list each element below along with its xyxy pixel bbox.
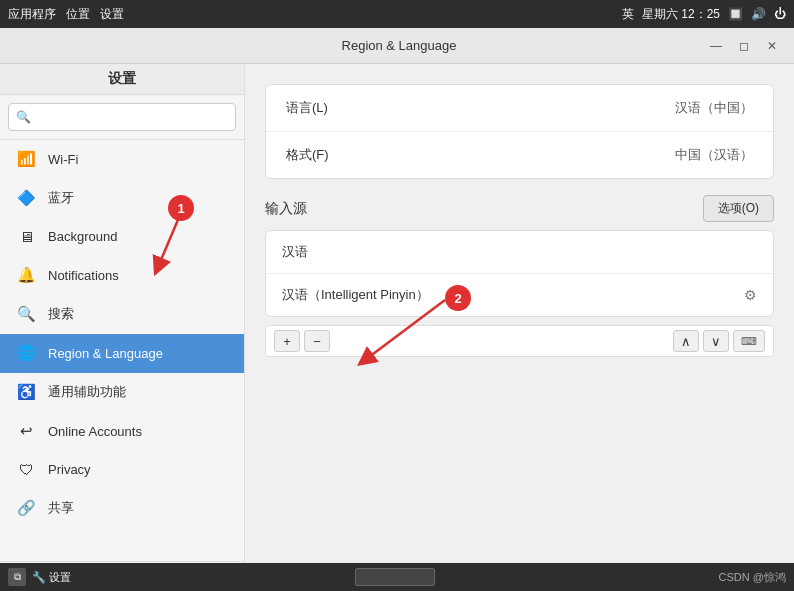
input-source-header: 输入源 选项(O) [265,195,774,222]
taskbar-settings-label: 🔧 设置 [32,570,71,585]
window-controls: — ◻ ✕ [706,36,782,56]
toolbar-left: + − [274,330,330,352]
title-bar: Region & Language — ◻ ✕ [0,28,794,64]
sidebar-online-accounts-label: Online Accounts [48,424,142,439]
sidebar-notifications-label: Notifications [48,268,119,283]
status-search-input[interactable] [355,568,435,586]
annotation-2: 2 [445,285,471,311]
move-up-button[interactable]: ∧ [673,330,699,352]
region-icon: 🌐 [16,344,36,362]
online-accounts-icon: ↩ [16,422,36,440]
settings-menu[interactable]: 设置 [100,6,124,23]
sidebar-accessibility-label: 通用辅助功能 [48,383,126,401]
sidebar-item-region[interactable]: 🌐 Region & Language [0,334,244,373]
search-icon: 🔍 [16,110,31,124]
sidebar-title: 设置 [0,64,244,95]
notifications-icon: 🔔 [16,266,36,284]
annotation-1: 1 [168,195,194,221]
add-input-button[interactable]: + [274,330,300,352]
keyboard-button[interactable]: ⌨ [733,330,765,352]
close-button[interactable]: ✕ [762,36,782,56]
options-button[interactable]: 选项(O) [703,195,774,222]
volume-icon: 🔊 [751,7,766,21]
remove-input-button[interactable]: − [304,330,330,352]
move-down-button[interactable]: ∨ [703,330,729,352]
toolbar-right: ∧ ∨ ⌨ [673,330,765,352]
sidebar-wifi-label: Wi-Fi [48,152,78,167]
sidebar-item-privacy[interactable]: 🛡 Privacy [0,451,244,489]
sidebar-item-accessibility[interactable]: ♿ 通用辅助功能 [0,373,244,412]
input-item-chinese[interactable]: 汉语 [266,231,773,274]
sidebar-region-label: Region & Language [48,346,163,361]
privacy-icon: 🛡 [16,461,36,478]
main-content: 语言(L) 汉语（中国） 格式(F) 中国（汉语） 输入源 选项(O) 汉语 汉… [245,64,794,591]
search-wrapper: 🔍 [8,103,236,131]
power-icon[interactable]: ⏻ [774,7,786,21]
datetime-display: 星期六 12：25 [642,6,720,23]
taskbar: 应用程序 位置 设置 英 星期六 12：25 🔲 🔊 ⏻ [0,0,794,28]
language-format-section: 语言(L) 汉语（中国） 格式(F) 中国（汉语） [265,84,774,179]
sidebar-search-container: 🔍 [0,95,244,140]
network-icon: 🔲 [728,7,743,21]
language-row[interactable]: 语言(L) 汉语（中国） [266,85,773,132]
sidebar-item-share[interactable]: 🔗 共享 [0,489,244,528]
language-label: 语言(L) [286,99,328,117]
location-menu[interactable]: 位置 [66,6,90,23]
watermark-text: CSDN @惊鸿 [719,570,786,585]
language-indicator: 英 [622,6,634,23]
sidebar-bluetooth-label: 蓝牙 [48,189,74,207]
window-title: Region & Language [92,38,706,53]
maximize-button[interactable]: ◻ [734,36,754,56]
sidebar: 设置 🔍 📶 Wi-Fi 🔷 蓝牙 [0,64,245,591]
share-icon: 🔗 [16,499,36,517]
format-value: 中国（汉语） [675,146,753,164]
status-left: ⧉ 🔧 设置 [8,568,71,586]
svg-line-0 [158,215,180,267]
sidebar-item-wifi[interactable]: 📶 Wi-Fi [0,140,244,179]
sidebar-item-online-accounts[interactable]: ↩ Online Accounts [0,412,244,451]
arrow-1 [120,195,210,285]
accessibility-icon: ♿ [16,383,36,401]
wifi-icon: 📶 [16,150,36,168]
taskbar-settings-icon[interactable]: ⧉ [8,568,26,586]
format-row[interactable]: 格式(F) 中国（汉语） [266,132,773,178]
gear-icon[interactable]: ⚙ [744,287,757,303]
svg-line-1 [365,300,445,360]
sidebar-privacy-label: Privacy [48,462,91,477]
sidebar-search-label: 搜索 [48,305,74,323]
sidebar-item-search[interactable]: 🔍 搜索 [0,295,244,334]
taskbar-right: 英 星期六 12：25 🔲 🔊 ⏻ [622,6,786,23]
sidebar-background-label: Background [48,229,117,244]
background-icon: 🖥 [16,228,36,245]
bluetooth-icon: 🔷 [16,189,36,207]
input-item-chinese-label: 汉语 [282,243,308,261]
search-nav-icon: 🔍 [16,305,36,323]
input-source-title: 输入源 [265,200,307,218]
status-right: CSDN @惊鸿 [719,570,786,585]
search-input[interactable] [8,103,236,131]
format-label: 格式(F) [286,146,329,164]
status-bar: ⧉ 🔧 设置 CSDN @惊鸿 [0,563,794,591]
apps-menu[interactable]: 应用程序 [8,6,56,23]
taskbar-left: 应用程序 位置 设置 [8,6,124,23]
sidebar-share-label: 共享 [48,499,74,517]
language-value: 汉语（中国） [675,99,753,117]
minimize-button[interactable]: — [706,36,726,56]
